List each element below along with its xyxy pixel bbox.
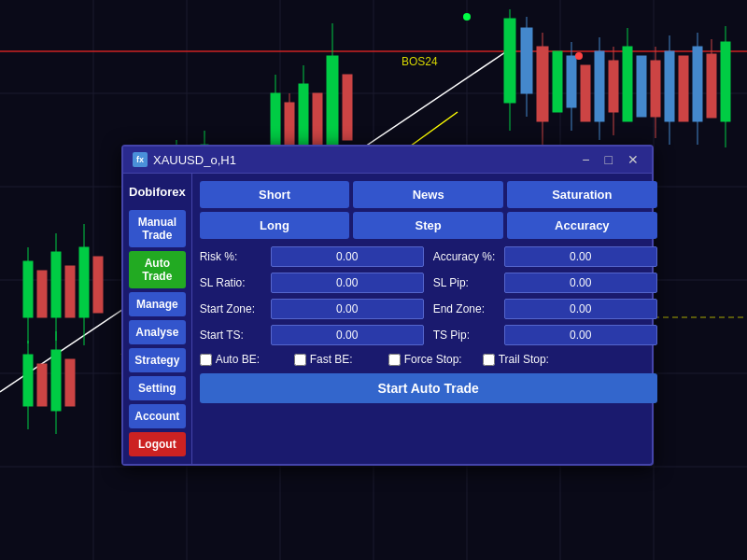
sl-ratio-input[interactable] xyxy=(271,273,424,293)
accuracy-button[interactable]: Accuracy xyxy=(507,212,657,239)
title-controls: − □ ✕ xyxy=(578,153,642,166)
news-button[interactable]: News xyxy=(353,181,503,208)
top-button-row-1: Short News Saturation xyxy=(200,181,657,208)
svg-rect-68 xyxy=(651,61,660,117)
trail-stop-item: Trail Stop: xyxy=(483,353,564,366)
minimize-button[interactable]: − xyxy=(578,153,593,166)
svg-rect-44 xyxy=(343,75,352,140)
svg-rect-58 xyxy=(581,65,590,121)
force-stop-item: Force Stop: xyxy=(388,353,470,366)
start-ts-label: Start TS: xyxy=(200,329,265,342)
start-auto-trade-button[interactable]: Start Auto Trade xyxy=(200,373,657,403)
auto-be-item: Auto BE: xyxy=(200,353,281,366)
sl-pip-label: SL Pip: xyxy=(433,276,499,289)
start-zone-label: Start Zone: xyxy=(200,302,265,315)
sidebar-item-account[interactable]: Account xyxy=(129,404,186,428)
accuracy-label: Accuracy %: xyxy=(433,250,499,263)
sl-ratio-label: SL Ratio: xyxy=(200,276,265,289)
svg-point-83 xyxy=(463,13,471,21)
svg-rect-48 xyxy=(521,28,532,93)
modal-window: fx XAUUSD_o,H1 − □ ✕ Dobiforex Manual Tr… xyxy=(121,145,654,466)
ts-pip-row: TS Pip: xyxy=(433,325,657,345)
saturation-button[interactable]: Saturation xyxy=(507,181,657,208)
svg-rect-75 xyxy=(693,47,702,121)
sidebar-item-setting[interactable]: Setting xyxy=(129,376,186,400)
form-grid: Risk %: Accuracy %: SL Ratio: SL Pip: xyxy=(200,246,657,345)
sl-ratio-row: SL Ratio: xyxy=(200,273,424,293)
accuracy-input[interactable] xyxy=(504,246,657,267)
svg-rect-51 xyxy=(537,47,548,121)
sidebar: Dobiforex Manual Trade Auto Trade Manage… xyxy=(123,174,192,464)
sl-pip-row: SL Pip: xyxy=(433,273,657,293)
svg-rect-94 xyxy=(79,247,89,317)
auto-be-checkbox[interactable] xyxy=(200,354,212,366)
svg-rect-65 xyxy=(623,47,632,121)
force-stop-checkbox[interactable] xyxy=(388,354,401,366)
svg-rect-45 xyxy=(504,19,515,103)
svg-rect-80 xyxy=(721,42,730,121)
sidebar-item-analyse[interactable]: Analyse xyxy=(129,320,186,344)
svg-rect-62 xyxy=(609,61,618,112)
svg-rect-98 xyxy=(23,355,33,406)
long-button[interactable]: Long xyxy=(200,212,350,239)
maximize-button[interactable]: □ xyxy=(601,153,616,166)
svg-rect-54 xyxy=(553,51,562,112)
start-zone-row: Start Zone: xyxy=(200,299,424,319)
title-bar: fx XAUUSD_o,H1 − □ ✕ xyxy=(123,147,652,174)
short-button[interactable]: Short xyxy=(200,181,350,208)
svg-rect-59 xyxy=(595,51,604,121)
svg-rect-90 xyxy=(51,252,61,317)
svg-rect-67 xyxy=(637,56,646,117)
svg-rect-74 xyxy=(679,56,688,121)
start-ts-input[interactable] xyxy=(271,325,424,345)
title-bar-left: fx XAUUSD_o,H1 xyxy=(133,152,236,167)
svg-rect-55 xyxy=(567,56,576,107)
auto-be-label: Auto BE: xyxy=(216,353,281,366)
end-zone-label: End Zone: xyxy=(433,302,499,315)
svg-point-84 xyxy=(575,52,583,60)
sidebar-item-strategy[interactable]: Strategy xyxy=(129,348,186,372)
step-button[interactable]: Step xyxy=(353,212,503,239)
force-stop-label: Force Stop: xyxy=(404,353,470,366)
svg-rect-101 xyxy=(37,364,47,406)
sidebar-item-manual-trade[interactable]: Manual Trade xyxy=(129,210,186,247)
svg-rect-86 xyxy=(23,261,33,317)
end-zone-input[interactable] xyxy=(504,299,657,319)
svg-rect-40 xyxy=(313,93,322,149)
svg-rect-93 xyxy=(65,266,75,317)
svg-rect-41 xyxy=(327,56,338,149)
fast-be-item: Fast BE: xyxy=(294,353,375,366)
sl-pip-input[interactable] xyxy=(504,273,657,293)
sidebar-item-auto-trade[interactable]: Auto Trade xyxy=(129,251,186,288)
fast-be-label: Fast BE: xyxy=(310,353,375,366)
ts-pip-input[interactable] xyxy=(504,325,657,345)
svg-rect-105 xyxy=(65,359,75,406)
accuracy-row: Accuracy %: xyxy=(433,246,657,267)
trail-stop-checkbox[interactable] xyxy=(483,354,495,366)
svg-rect-71 xyxy=(665,51,674,121)
modal-body: Dobiforex Manual Trade Auto Trade Manage… xyxy=(123,174,652,464)
fast-be-checkbox[interactable] xyxy=(294,354,306,366)
start-ts-row: Start TS: xyxy=(200,325,424,345)
trail-stop-label: Trail Stop: xyxy=(499,353,564,366)
svg-rect-97 xyxy=(93,257,103,313)
risk-input[interactable] xyxy=(271,246,424,267)
right-panel: Short News Saturation Long Step Accuracy… xyxy=(192,174,665,464)
svg-rect-78 xyxy=(707,54,716,118)
sidebar-brand: Dobiforex xyxy=(129,181,186,206)
sidebar-item-manage[interactable]: Manage xyxy=(129,292,186,316)
risk-label: Risk %: xyxy=(200,250,265,263)
risk-row: Risk %: xyxy=(200,246,424,267)
top-button-row-2: Long Step Accuracy xyxy=(200,212,657,239)
window-title: XAUUSD_o,H1 xyxy=(153,153,236,167)
svg-rect-102 xyxy=(51,350,61,411)
close-button[interactable]: ✕ xyxy=(624,153,642,166)
start-zone-input[interactable] xyxy=(271,299,424,319)
svg-rect-89 xyxy=(37,271,47,317)
svg-text:BOS24: BOS24 xyxy=(402,55,438,68)
ts-pip-label: TS Pip: xyxy=(433,329,499,342)
end-zone-row: End Zone: xyxy=(433,299,657,319)
app-icon: fx xyxy=(133,152,148,167)
sidebar-item-logout[interactable]: Logout xyxy=(129,432,186,456)
checkbox-row: Auto BE: Fast BE: Force Stop: Trail Stop… xyxy=(200,353,657,366)
